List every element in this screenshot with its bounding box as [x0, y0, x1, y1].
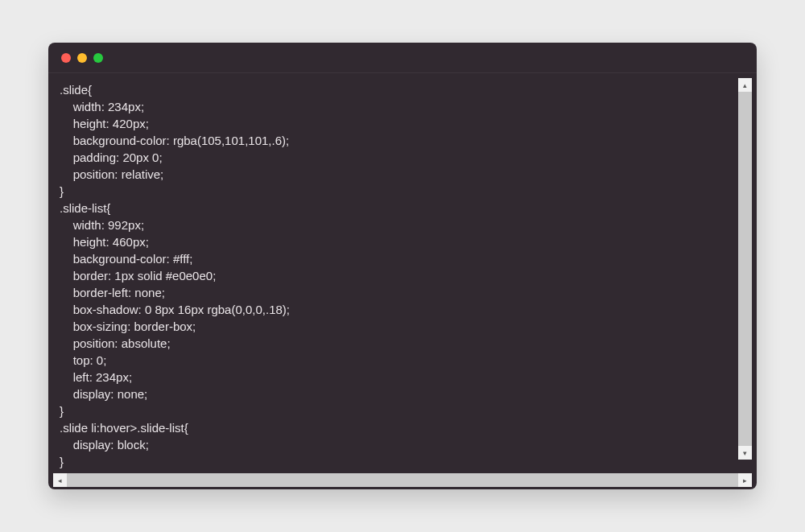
horizontal-scrollbar[interactable]: ◂ ▸ [53, 473, 752, 487]
editor-area: .slide{ width: 234px; height: 420px; bac… [53, 78, 752, 487]
maximize-window-button[interactable] [93, 53, 103, 63]
editor-window: .slide{ width: 234px; height: 420px; bac… [48, 43, 757, 489]
scroll-down-arrow-icon[interactable]: ▾ [738, 446, 752, 460]
vertical-scroll-track[interactable] [738, 92, 752, 446]
horizontal-scroll-track[interactable] [67, 473, 738, 487]
scroll-left-arrow-icon[interactable]: ◂ [53, 473, 67, 487]
close-window-button[interactable] [61, 53, 71, 63]
scroll-up-arrow-icon[interactable]: ▴ [738, 78, 752, 92]
code-viewport[interactable]: .slide{ width: 234px; height: 420px; bac… [53, 78, 752, 473]
horizontal-scroll-thumb[interactable] [67, 473, 712, 487]
titlebar [48, 43, 757, 73]
scroll-right-arrow-icon[interactable]: ▸ [738, 473, 752, 487]
vertical-scroll-thumb[interactable] [738, 92, 752, 446]
vertical-scrollbar[interactable]: ▴ ▾ [738, 78, 752, 460]
code-content[interactable]: .slide{ width: 234px; height: 420px; bac… [53, 78, 752, 473]
minimize-window-button[interactable] [77, 53, 87, 63]
